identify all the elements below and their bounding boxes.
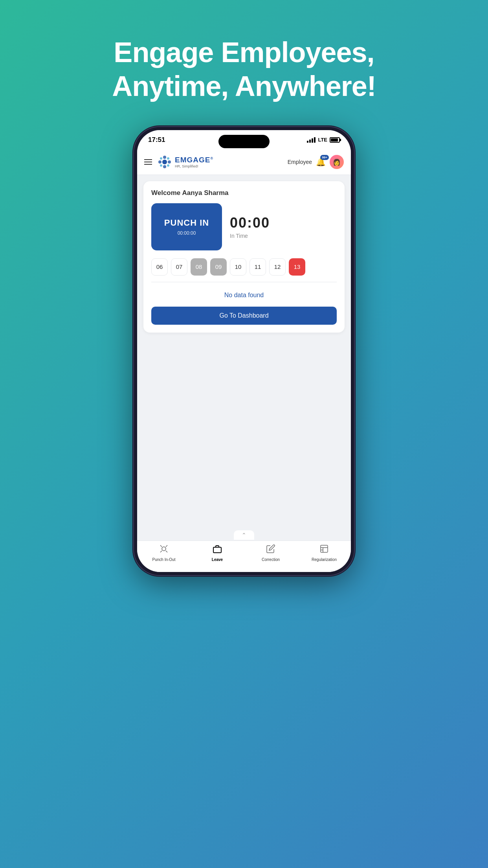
in-time-label: In Time [230, 233, 270, 239]
bottom-nav-label-0: Punch In-Out [152, 557, 176, 562]
hamburger-menu[interactable] [144, 159, 152, 165]
avatar[interactable]: 👩 [330, 155, 344, 169]
welcome-prefix: Welcome [151, 189, 182, 197]
signal-bars-icon [307, 137, 316, 143]
status-time: 17:51 [148, 136, 165, 144]
date-pill-11[interactable]: 11 [250, 258, 266, 276]
welcome-text: Welcome Aanya Sharma [151, 189, 337, 197]
welcome-name: Aanya Sharma [182, 189, 228, 197]
punch-section: PUNCH IN 00:00:00 00:00 In Time [151, 203, 337, 250]
battery-fill [331, 138, 338, 142]
nav-right: Employee 🔔 99+ 👩 [288, 155, 344, 169]
divider [151, 282, 337, 282]
swipe-indicator: ⌃ [234, 530, 254, 540]
bottom-nav-regularization[interactable]: Regularization [297, 544, 351, 562]
svg-point-4 [168, 160, 171, 164]
svg-rect-10 [213, 547, 221, 553]
main-content: Welcome Aanya Sharma PUNCH IN 00:00:00 0… [137, 175, 351, 541]
bottom-nav-label-2: Correction [262, 557, 280, 562]
lte-label: LTE [318, 137, 327, 143]
svg-point-6 [167, 157, 169, 160]
hero-line1: Engage Employees, [112, 35, 376, 69]
svg-point-1 [163, 156, 166, 159]
hero-line2: Anytime, Anywhere! [112, 69, 376, 103]
date-pill-12[interactable]: 12 [269, 258, 286, 276]
logo-text: EMGAGE® HR, Simplified! [175, 156, 213, 168]
bottom-nav-icon-0 [159, 544, 169, 556]
svg-point-2 [163, 165, 166, 168]
time-display: 00:00 In Time [230, 215, 270, 239]
employee-label: Employee [288, 159, 312, 165]
bottom-nav-label-3: Regularization [312, 557, 337, 562]
svg-point-8 [167, 164, 169, 167]
hero-text: Engage Employees, Anytime, Anywhere! [112, 35, 376, 103]
bottom-nav-leave[interactable]: Leave [191, 544, 244, 562]
bottom-nav: Punch In-Out Leave Correction Regulariza… [137, 541, 351, 572]
punch-in-button[interactable]: PUNCH IN 00:00:00 [151, 203, 222, 250]
punch-button-time: 00:00:00 [178, 230, 196, 236]
logo-tagline: HR, Simplified! [175, 164, 213, 168]
avatar-emoji: 👩 [333, 158, 341, 166]
phone-frame: 17:51 LTE [134, 127, 354, 575]
in-time-value: 00:00 [230, 215, 270, 231]
date-pill-06[interactable]: 06 [151, 258, 168, 276]
battery-icon [330, 137, 340, 143]
bottom-nav-punch-in-out[interactable]: Punch In-Out [137, 544, 191, 562]
svg-point-0 [162, 160, 167, 164]
go-to-dashboard-button[interactable]: Go To Dashboard [151, 307, 337, 325]
svg-point-9 [162, 547, 166, 551]
emgage-logo-icon [157, 154, 172, 170]
phone-mockup: 17:51 LTE [134, 127, 354, 575]
punch-button-label: PUNCH IN [164, 218, 209, 228]
logo-area: EMGAGE® HR, Simplified! [157, 154, 283, 170]
date-pill-09[interactable]: 09 [210, 258, 227, 276]
date-pill-08[interactable]: 08 [191, 258, 207, 276]
dynamic-island [218, 135, 270, 148]
notification-bell[interactable]: 🔔 99+ [316, 157, 326, 167]
bottom-nav-label-1: Leave [212, 557, 223, 562]
no-data-text: No data found [151, 287, 337, 303]
logo-name: EMGAGE® [175, 156, 213, 164]
status-icons: LTE [307, 137, 340, 143]
svg-point-3 [158, 160, 161, 164]
date-pill-10[interactable]: 10 [230, 258, 246, 276]
bottom-nav-icon-3 [319, 544, 329, 556]
svg-rect-11 [321, 545, 328, 552]
bottom-nav-icon-2 [266, 544, 275, 556]
date-pills: 0607080910111213 [151, 258, 337, 276]
svg-point-5 [160, 157, 162, 160]
phone-screen: 17:51 LTE [137, 130, 351, 572]
bottom-nav-correction[interactable]: Correction [244, 544, 297, 562]
svg-point-7 [160, 164, 162, 167]
main-card: Welcome Aanya Sharma PUNCH IN 00:00:00 0… [143, 181, 345, 333]
bottom-nav-icon-1 [213, 544, 222, 556]
date-pill-13[interactable]: 13 [289, 258, 305, 276]
notification-badge: 99+ [320, 155, 329, 160]
nav-bar: EMGAGE® HR, Simplified! Employee 🔔 99+ 👩 [137, 150, 351, 175]
date-pill-07[interactable]: 07 [171, 258, 187, 276]
